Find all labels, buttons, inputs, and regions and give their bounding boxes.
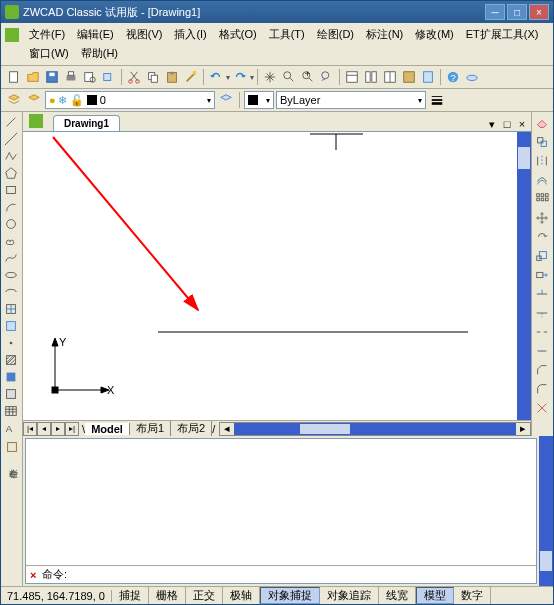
open-button[interactable] bbox=[24, 68, 42, 86]
break-tool[interactable] bbox=[533, 323, 551, 341]
publish-button[interactable] bbox=[100, 68, 118, 86]
circle-tool[interactable] bbox=[2, 216, 20, 232]
menu-edit[interactable]: 编辑(E) bbox=[71, 25, 120, 44]
zoom-prev-button[interactable] bbox=[318, 68, 336, 86]
linetype-dropdown[interactable]: ByLayer▾ bbox=[276, 91, 426, 109]
layout1-tab[interactable]: 布局1 bbox=[130, 421, 171, 436]
scale-tool[interactable] bbox=[533, 247, 551, 265]
menu-draw[interactable]: 绘图(D) bbox=[311, 25, 360, 44]
arc-tool[interactable] bbox=[2, 199, 20, 215]
pan-button[interactable] bbox=[261, 68, 279, 86]
move-tool[interactable] bbox=[533, 209, 551, 227]
line-tool[interactable] bbox=[2, 114, 20, 130]
sheets-button[interactable] bbox=[400, 68, 418, 86]
polygon-tool[interactable] bbox=[2, 165, 20, 181]
layout2-tab[interactable]: 布局2 bbox=[171, 421, 212, 436]
snap-toggle[interactable]: 捕捉 bbox=[112, 587, 149, 604]
app-menu-icon[interactable] bbox=[5, 28, 19, 42]
ellipsearc-tool[interactable] bbox=[2, 284, 20, 300]
ellipse-tool[interactable] bbox=[2, 267, 20, 283]
erase-tool[interactable] bbox=[533, 114, 551, 132]
tab-min-button[interactable]: ▾ bbox=[485, 117, 499, 131]
cloud-button[interactable] bbox=[463, 68, 481, 86]
tab-last-button[interactable]: ▸| bbox=[65, 422, 79, 436]
osnap-toggle[interactable]: 对象捕捉 bbox=[260, 587, 320, 604]
layer-dropdown[interactable]: ● ❄ 🔓 0 ▾ bbox=[45, 91, 215, 109]
save-button[interactable] bbox=[43, 68, 61, 86]
point-tool[interactable] bbox=[2, 335, 20, 351]
spline-tool[interactable] bbox=[2, 250, 20, 266]
canvas-vscroll[interactable] bbox=[517, 132, 531, 420]
copy2-tool[interactable] bbox=[533, 133, 551, 151]
new-button[interactable] bbox=[5, 68, 23, 86]
tab-prev-button[interactable]: ◂ bbox=[37, 422, 51, 436]
cmd-vscroll[interactable] bbox=[539, 436, 553, 586]
table-tool[interactable] bbox=[2, 403, 20, 419]
menu-et[interactable]: ET扩展工具(X) bbox=[460, 25, 545, 44]
canvas-hscroll[interactable]: ◂ ▸ bbox=[219, 422, 531, 436]
tab-max-button[interactable]: □ bbox=[500, 117, 514, 131]
revcloud-tool[interactable] bbox=[2, 233, 20, 249]
grid-toggle[interactable]: 栅格 bbox=[149, 587, 186, 604]
rect-tool[interactable] bbox=[2, 182, 20, 198]
pline-tool[interactable] bbox=[2, 148, 20, 164]
gradient-tool[interactable] bbox=[2, 369, 20, 385]
menu-window[interactable]: 窗口(W) bbox=[23, 44, 75, 63]
minimize-button[interactable]: ─ bbox=[485, 4, 505, 20]
menu-insert[interactable]: 插入(I) bbox=[168, 25, 212, 44]
lineweight-button[interactable] bbox=[428, 91, 446, 109]
join-tool[interactable] bbox=[533, 342, 551, 360]
undo-button[interactable] bbox=[207, 68, 225, 86]
tab-close-button[interactable]: × bbox=[515, 117, 529, 131]
mtext-tool[interactable]: A bbox=[2, 420, 20, 436]
layeriso-button[interactable] bbox=[217, 91, 235, 109]
zoom-window-button[interactable]: + bbox=[299, 68, 317, 86]
polar-toggle[interactable]: 极轴 bbox=[223, 587, 260, 604]
designcenter-button[interactable] bbox=[362, 68, 380, 86]
menu-view[interactable]: 视图(V) bbox=[120, 25, 169, 44]
cmd-clear-icon[interactable]: × bbox=[30, 569, 42, 581]
redo-button[interactable] bbox=[231, 68, 249, 86]
zoom-realtime-button[interactable] bbox=[280, 68, 298, 86]
cut-button[interactable] bbox=[125, 68, 143, 86]
tab-next-button[interactable]: ▸ bbox=[51, 422, 65, 436]
insert-tool[interactable] bbox=[2, 301, 20, 317]
layermgr-button[interactable] bbox=[5, 91, 23, 109]
menu-help[interactable]: 帮助(H) bbox=[75, 44, 124, 63]
menu-modify[interactable]: 修改(M) bbox=[409, 25, 460, 44]
extend-tool[interactable] bbox=[533, 304, 551, 322]
command-line[interactable]: × 命令: bbox=[26, 565, 536, 583]
calc-button[interactable] bbox=[419, 68, 437, 86]
offset-tool[interactable] bbox=[533, 171, 551, 189]
model-tab[interactable]: Model bbox=[85, 423, 130, 435]
stretch-tool[interactable] bbox=[533, 266, 551, 284]
drawing-tab[interactable]: Drawing1 bbox=[53, 115, 120, 131]
mirror-tool[interactable] bbox=[533, 152, 551, 170]
matchprop-button[interactable] bbox=[182, 68, 200, 86]
ortho-toggle[interactable]: 正交 bbox=[186, 587, 223, 604]
hatch-tool[interactable] bbox=[2, 352, 20, 368]
digit-toggle[interactable]: 数字 bbox=[454, 587, 491, 604]
fillet-tool[interactable] bbox=[533, 380, 551, 398]
xline-tool[interactable] bbox=[2, 131, 20, 147]
otrack-toggle[interactable]: 对象追踪 bbox=[320, 587, 379, 604]
command-history[interactable] bbox=[26, 439, 536, 565]
drawing-canvas[interactable]: Y X bbox=[23, 132, 531, 420]
chamfer-tool[interactable] bbox=[533, 361, 551, 379]
paste-button[interactable] bbox=[163, 68, 181, 86]
menu-tools[interactable]: 工具(T) bbox=[263, 25, 311, 44]
rotate-tool[interactable] bbox=[533, 228, 551, 246]
copy-button[interactable] bbox=[144, 68, 162, 86]
preview-button[interactable] bbox=[81, 68, 99, 86]
lwt-toggle[interactable]: 线宽 bbox=[379, 587, 416, 604]
close-button[interactable]: × bbox=[529, 4, 549, 20]
cmd-icon1[interactable] bbox=[3, 438, 21, 456]
toolpalette-button[interactable] bbox=[381, 68, 399, 86]
block-tool[interactable] bbox=[2, 318, 20, 334]
explode-tool[interactable] bbox=[533, 399, 551, 417]
trim-tool[interactable] bbox=[533, 285, 551, 303]
menu-file[interactable]: 文件(F) bbox=[23, 25, 71, 44]
array-tool[interactable] bbox=[533, 190, 551, 208]
menu-annotate[interactable]: 标注(N) bbox=[360, 25, 409, 44]
help-button[interactable]: ? bbox=[444, 68, 462, 86]
